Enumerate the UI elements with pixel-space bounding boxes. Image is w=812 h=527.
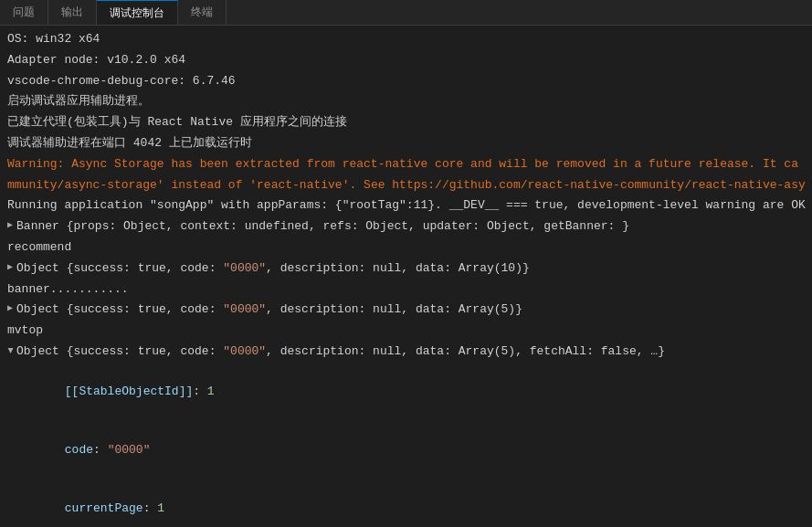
tab-issues[interactable]: 问题 [0,0,48,25]
triangle-obj-expanded[interactable]: ▶ [2,348,18,353]
line-running: Running application "songApp" with appPa… [0,195,812,216]
line-proxy: 已建立代理(包装工具)与 React Native 应用程序之间的连接 [0,112,812,133]
tab-terminal[interactable]: 终端 [178,0,227,25]
line-mvtop: mvtop [0,321,812,342]
console-area: OS: win32 x64 Adapter node: v10.2.0 x64 … [0,26,812,527]
line-warning2: mmunity/async-storage' instead of 'react… [0,175,812,196]
line-banner[interactable]: ▶ Banner {props: Object, context: undefi… [0,216,812,237]
expanded-children: [[StableObjectId]]: 1 code: "0000" curre… [15,363,812,527]
prop-code: code: "0000" [15,421,812,480]
line-banner-dots: banner........... [0,279,812,300]
line-os: OS: win32 x64 [0,29,812,50]
line-adapter: Adapter node: v10.2.0 x64 [0,50,812,71]
tab-debug-console[interactable]: 调试控制台 [97,0,178,25]
line-obj-expanded[interactable]: ▶ Object {success: true, code: "0000", d… [0,342,812,363]
line-launch: 启动调试器应用辅助进程。 [0,91,812,112]
prop-current-page: currentPage: 1 [15,480,812,527]
line-port: 调试器辅助进程在端口 4042 上已加载运行时 [0,133,812,154]
line-obj-array5a[interactable]: ▶ Object {success: true, code: "0000", d… [0,300,812,321]
tab-output[interactable]: 输出 [48,0,97,25]
line-obj-array10[interactable]: ▶ Object {success: true, code: "0000", d… [0,258,812,279]
triangle-obj10[interactable]: ▶ [7,259,13,276]
triangle-obj5a[interactable]: ▶ [7,300,13,317]
line-warning1: Warning: Async Storage has been extracte… [0,154,812,175]
line-vscode: vscode-chrome-debug-core: 6.7.46 [0,71,812,92]
triangle-banner[interactable]: ▶ [7,217,13,234]
line-recommend: recommend [0,237,812,258]
prop-stable-id: [[StableObjectId]]: 1 [15,363,812,421]
tab-bar: 问题 输出 调试控制台 终端 [0,0,812,26]
